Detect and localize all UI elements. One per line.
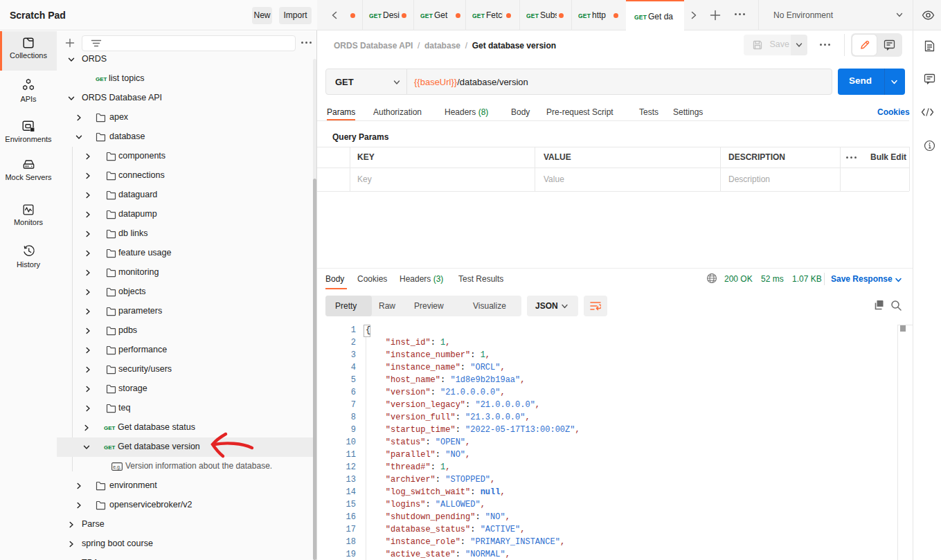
svg-text:e.g.: e.g. [113,464,121,470]
